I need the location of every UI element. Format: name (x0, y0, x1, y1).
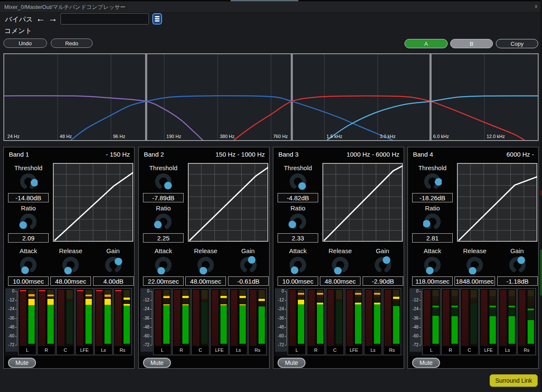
threshold-knob[interactable] (19, 172, 38, 191)
ratio-knob[interactable] (289, 213, 307, 231)
threshold-knob[interactable] (289, 172, 307, 191)
meter-segment-orange (298, 293, 304, 295)
gain-knob[interactable] (374, 256, 392, 274)
level-meter (182, 290, 189, 346)
gain-knob[interactable] (508, 256, 527, 274)
meter-channel-group: R (441, 288, 459, 355)
frequency-tick-label: 1.5 kHz (327, 134, 342, 139)
attack-knob[interactable] (423, 256, 442, 274)
meter-scale-tick (15, 318, 17, 319)
meter-scale-label: -72 (410, 342, 418, 347)
channel-label: R (307, 346, 325, 354)
attack-value[interactable]: 10.00msec (278, 276, 318, 286)
release-knob[interactable] (196, 256, 215, 274)
gain-value[interactable]: -1.18dB (497, 276, 538, 286)
band-frequency-range: 150 Hz - 1000 Hz (215, 151, 265, 158)
meter-scale-tick (150, 345, 151, 345)
gain-reduction-meter (347, 290, 353, 346)
comment-label[interactable]: コメント (4, 27, 32, 36)
meter-scale-label: -36 (410, 316, 418, 320)
meter-segment-green (490, 316, 496, 344)
channel-label: Rs (383, 346, 401, 354)
meter-segment-yellow (124, 298, 130, 300)
ratio-value[interactable]: 2.81 (412, 233, 453, 243)
frequency-tick-label: 760 Hz (273, 134, 288, 139)
gain-knob[interactable] (239, 256, 258, 274)
threshold-value[interactable]: -4.82dB (278, 193, 318, 202)
level-meter (355, 290, 361, 346)
level-meter (163, 290, 170, 346)
attack-value[interactable]: 118.00msec (412, 276, 453, 286)
meter-scale-label: -48 (410, 325, 418, 329)
attack-value[interactable]: 10.00msec (8, 276, 49, 286)
level-meter (47, 290, 54, 346)
mute-button[interactable]: Mute (143, 358, 171, 368)
meter-scale-label: -24 (410, 306, 418, 311)
undo-button[interactable]: Undo (3, 39, 47, 48)
back-arrow-icon[interactable]: ← (36, 13, 45, 25)
threshold-value[interactable]: -7.89dB (143, 193, 184, 202)
attack-knob[interactable] (19, 256, 38, 274)
meter-segment-yellow (259, 299, 265, 301)
forward-arrow-icon[interactable]: → (48, 13, 58, 25)
release-value[interactable]: 48.00msec (320, 276, 360, 286)
ratio-value[interactable]: 2.33 (278, 233, 318, 243)
frequency-tick-label: 12.0 kHz (487, 134, 505, 139)
level-meter (374, 290, 380, 346)
menu-icon[interactable] (152, 13, 162, 25)
meter-scale-tick (150, 336, 151, 337)
gain-reduction-meter (174, 290, 180, 346)
preset-input[interactable] (61, 13, 149, 25)
meter-segment-olive (182, 290, 189, 296)
preset-a-button[interactable]: A (404, 39, 448, 48)
gain-knob[interactable] (104, 256, 123, 274)
release-label: Release (454, 247, 496, 254)
channel-label: L (154, 346, 171, 354)
meter-channel-group: L (18, 288, 36, 355)
gain-value[interactable]: -2.90dB (363, 276, 403, 286)
release-value[interactable]: 48.00msec (185, 276, 226, 286)
ratio-knob[interactable] (19, 213, 38, 231)
gain-value[interactable]: -0.61dB (228, 276, 269, 286)
release-knob[interactable] (61, 256, 80, 274)
redo-button[interactable]: Redo (51, 39, 93, 48)
mute-button[interactable]: Mute (412, 358, 440, 368)
preset-b-button[interactable]: B (450, 39, 493, 48)
copy-button[interactable]: Copy (496, 39, 538, 48)
attack-label: Attack (411, 247, 454, 254)
meter-channel-group: L (422, 288, 440, 355)
threshold-value[interactable]: -18.26dB (412, 193, 453, 202)
meter-segment-olive (298, 290, 304, 293)
meter-segment-olive (259, 290, 265, 299)
release-knob[interactable] (331, 256, 349, 274)
mute-button[interactable]: Mute (8, 358, 36, 368)
ratio-knob[interactable] (423, 213, 442, 231)
crossover-frequency-graph[interactable]: 24 Hz48 Hz96 Hz190 Hz380 Hz760 Hz1.5 kHz… (3, 53, 539, 141)
close-button[interactable]: x (535, 3, 537, 9)
ratio-knob[interactable] (154, 213, 173, 231)
release-value[interactable]: 48.00msec (50, 276, 91, 286)
meter-scale-label: -60 (6, 334, 14, 338)
level-meter (66, 290, 73, 346)
threshold-value[interactable]: -14.80dB (8, 193, 49, 202)
mute-button[interactable]: Mute (278, 358, 305, 368)
attack-knob[interactable] (289, 256, 307, 274)
attack-knob[interactable] (154, 256, 173, 274)
level-meter (124, 290, 130, 346)
threshold-knob[interactable] (154, 172, 173, 191)
plugin-window: Mixer_0/MasterOut/マルチバンドコンプレッサー x バイパス ←… (0, 0, 542, 392)
meter-segment-olive (432, 290, 439, 296)
gain-value[interactable]: 4.00dB (93, 276, 134, 286)
ratio-value[interactable]: 2.25 (143, 233, 184, 243)
release-value[interactable]: 1848.00msec (454, 276, 495, 286)
surround-link-button[interactable]: Surround Link (490, 374, 538, 387)
meter-scale-tick (150, 300, 151, 301)
ratio-value[interactable]: 2.09 (8, 233, 49, 243)
threshold-knob[interactable] (423, 172, 442, 191)
band-title: Band 2 (144, 151, 164, 158)
meter-segment-olive (509, 290, 515, 296)
release-knob[interactable] (465, 256, 484, 274)
bypass-button[interactable]: バイパス (5, 15, 33, 24)
meter-segment-green (239, 305, 246, 344)
attack-value[interactable]: 22.00msec (143, 276, 184, 286)
